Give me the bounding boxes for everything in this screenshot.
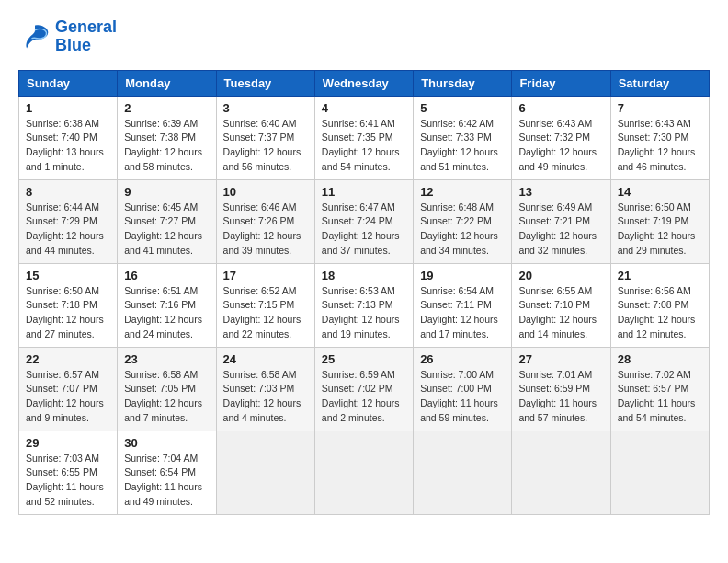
day-info: Sunrise: 6:39 AM Sunset: 7:38 PM Dayligh… (124, 117, 209, 175)
day-number: 1 (26, 101, 110, 115)
calendar-cell: 5Sunrise: 6:42 AM Sunset: 7:33 PM Daylig… (414, 96, 512, 179)
calendar-week-row: 15Sunrise: 6:50 AM Sunset: 7:18 PM Dayli… (19, 263, 710, 347)
day-info: Sunrise: 7:02 AM Sunset: 6:57 PM Dayligh… (618, 368, 702, 426)
logo-bird-icon (18, 22, 51, 52)
day-info: Sunrise: 6:59 AM Sunset: 7:02 PM Dayligh… (322, 368, 406, 426)
calendar-cell: 26Sunrise: 7:00 AM Sunset: 7:00 PM Dayli… (414, 347, 512, 431)
column-header-monday: Monday (118, 70, 216, 96)
day-number: 19 (420, 269, 505, 282)
day-info: Sunrise: 6:53 AM Sunset: 7:13 PM Dayligh… (322, 284, 406, 342)
day-info: Sunrise: 6:58 AM Sunset: 7:03 PM Dayligh… (223, 368, 308, 426)
calendar-cell: 29Sunrise: 7:03 AM Sunset: 6:55 PM Dayli… (19, 431, 118, 514)
logo-text: General (55, 18, 117, 37)
day-info: Sunrise: 6:47 AM Sunset: 7:24 PM Dayligh… (322, 201, 406, 259)
day-number: 20 (518, 269, 603, 282)
calendar-cell: 20Sunrise: 6:55 AM Sunset: 7:10 PM Dayli… (512, 263, 610, 347)
day-number: 7 (618, 101, 702, 115)
column-header-tuesday: Tuesday (216, 70, 314, 96)
logo-text-blue: Blue (55, 37, 117, 55)
day-info: Sunrise: 6:51 AM Sunset: 7:16 PM Dayligh… (124, 284, 209, 342)
day-number: 8 (26, 185, 110, 199)
day-number: 25 (322, 352, 406, 366)
calendar-cell: 8Sunrise: 6:44 AM Sunset: 7:29 PM Daylig… (19, 179, 118, 263)
calendar-cell (414, 431, 512, 514)
calendar-cell: 13Sunrise: 6:49 AM Sunset: 7:21 PM Dayli… (512, 179, 610, 263)
day-number: 18 (322, 269, 406, 282)
logo: General Blue (18, 18, 117, 55)
day-info: Sunrise: 6:41 AM Sunset: 7:35 PM Dayligh… (322, 117, 406, 175)
calendar-cell (610, 431, 709, 514)
page-header: General Blue (18, 18, 710, 55)
day-number: 28 (618, 352, 702, 366)
calendar-cell: 12Sunrise: 6:48 AM Sunset: 7:22 PM Dayli… (414, 179, 512, 263)
day-info: Sunrise: 6:44 AM Sunset: 7:29 PM Dayligh… (26, 201, 110, 259)
calendar-cell: 11Sunrise: 6:47 AM Sunset: 7:24 PM Dayli… (314, 179, 413, 263)
day-info: Sunrise: 6:56 AM Sunset: 7:08 PM Dayligh… (618, 284, 702, 342)
calendar-cell (216, 431, 314, 514)
calendar-header-row: SundayMondayTuesdayWednesdayThursdayFrid… (19, 70, 710, 96)
day-number: 2 (124, 101, 209, 115)
column-header-friday: Friday (512, 70, 610, 96)
day-info: Sunrise: 6:43 AM Sunset: 7:32 PM Dayligh… (518, 117, 603, 175)
day-number: 16 (124, 269, 209, 282)
day-number: 23 (124, 352, 209, 366)
calendar-cell: 28Sunrise: 7:02 AM Sunset: 6:57 PM Dayli… (610, 347, 709, 431)
calendar-cell: 15Sunrise: 6:50 AM Sunset: 7:18 PM Dayli… (19, 263, 118, 347)
calendar-week-row: 22Sunrise: 6:57 AM Sunset: 7:07 PM Dayli… (19, 347, 710, 431)
day-info: Sunrise: 6:45 AM Sunset: 7:27 PM Dayligh… (124, 201, 209, 259)
day-info: Sunrise: 7:04 AM Sunset: 6:54 PM Dayligh… (124, 452, 209, 510)
calendar-cell: 21Sunrise: 6:56 AM Sunset: 7:08 PM Dayli… (610, 263, 709, 347)
day-info: Sunrise: 6:40 AM Sunset: 7:37 PM Dayligh… (223, 117, 308, 175)
calendar-week-row: 1Sunrise: 6:38 AM Sunset: 7:40 PM Daylig… (19, 96, 710, 179)
day-number: 27 (518, 352, 603, 366)
calendar-cell: 2Sunrise: 6:39 AM Sunset: 7:38 PM Daylig… (118, 96, 216, 179)
day-info: Sunrise: 6:42 AM Sunset: 7:33 PM Dayligh… (420, 117, 505, 175)
calendar-cell: 3Sunrise: 6:40 AM Sunset: 7:37 PM Daylig… (216, 96, 314, 179)
day-info: Sunrise: 6:46 AM Sunset: 7:26 PM Dayligh… (223, 201, 308, 259)
calendar-cell: 1Sunrise: 6:38 AM Sunset: 7:40 PM Daylig… (19, 96, 118, 179)
calendar-cell: 6Sunrise: 6:43 AM Sunset: 7:32 PM Daylig… (512, 96, 610, 179)
day-info: Sunrise: 6:38 AM Sunset: 7:40 PM Dayligh… (26, 117, 110, 175)
day-info: Sunrise: 6:57 AM Sunset: 7:07 PM Dayligh… (26, 368, 110, 426)
calendar-cell: 19Sunrise: 6:54 AM Sunset: 7:11 PM Dayli… (414, 263, 512, 347)
day-number: 6 (518, 101, 603, 115)
day-number: 12 (420, 185, 505, 199)
day-info: Sunrise: 6:55 AM Sunset: 7:10 PM Dayligh… (518, 284, 603, 342)
calendar-cell: 24Sunrise: 6:58 AM Sunset: 7:03 PM Dayli… (216, 347, 314, 431)
calendar-cell: 14Sunrise: 6:50 AM Sunset: 7:19 PM Dayli… (610, 179, 709, 263)
column-header-wednesday: Wednesday (314, 70, 413, 96)
calendar-week-row: 29Sunrise: 7:03 AM Sunset: 6:55 PM Dayli… (19, 431, 710, 514)
day-number: 5 (420, 101, 505, 115)
calendar-cell: 18Sunrise: 6:53 AM Sunset: 7:13 PM Dayli… (314, 263, 413, 347)
day-number: 13 (518, 185, 603, 199)
day-number: 21 (618, 269, 702, 282)
day-info: Sunrise: 6:58 AM Sunset: 7:05 PM Dayligh… (124, 368, 209, 426)
day-number: 3 (223, 101, 308, 115)
day-number: 15 (26, 269, 110, 282)
day-info: Sunrise: 6:52 AM Sunset: 7:15 PM Dayligh… (223, 284, 308, 342)
day-number: 30 (124, 436, 209, 450)
calendar-cell (512, 431, 610, 514)
day-number: 9 (124, 185, 209, 199)
day-info: Sunrise: 6:43 AM Sunset: 7:30 PM Dayligh… (618, 117, 702, 175)
day-number: 26 (420, 352, 505, 366)
column-header-sunday: Sunday (19, 70, 118, 96)
day-number: 17 (223, 269, 308, 282)
day-info: Sunrise: 6:50 AM Sunset: 7:19 PM Dayligh… (618, 201, 702, 259)
day-info: Sunrise: 6:49 AM Sunset: 7:21 PM Dayligh… (518, 201, 603, 259)
calendar-table: SundayMondayTuesdayWednesdayThursdayFrid… (18, 70, 710, 515)
calendar-cell (314, 431, 413, 514)
day-info: Sunrise: 6:50 AM Sunset: 7:18 PM Dayligh… (26, 284, 110, 342)
day-info: Sunrise: 6:48 AM Sunset: 7:22 PM Dayligh… (420, 201, 505, 259)
day-info: Sunrise: 7:03 AM Sunset: 6:55 PM Dayligh… (26, 452, 110, 510)
day-info: Sunrise: 6:54 AM Sunset: 7:11 PM Dayligh… (420, 284, 505, 342)
calendar-cell: 17Sunrise: 6:52 AM Sunset: 7:15 PM Dayli… (216, 263, 314, 347)
day-info: Sunrise: 7:01 AM Sunset: 6:59 PM Dayligh… (518, 368, 603, 426)
calendar-cell: 22Sunrise: 6:57 AM Sunset: 7:07 PM Dayli… (19, 347, 118, 431)
day-number: 22 (26, 352, 110, 366)
calendar-cell: 9Sunrise: 6:45 AM Sunset: 7:27 PM Daylig… (118, 179, 216, 263)
day-number: 11 (322, 185, 406, 199)
calendar-cell: 25Sunrise: 6:59 AM Sunset: 7:02 PM Dayli… (314, 347, 413, 431)
calendar-cell: 7Sunrise: 6:43 AM Sunset: 7:30 PM Daylig… (610, 96, 709, 179)
day-number: 14 (618, 185, 702, 199)
